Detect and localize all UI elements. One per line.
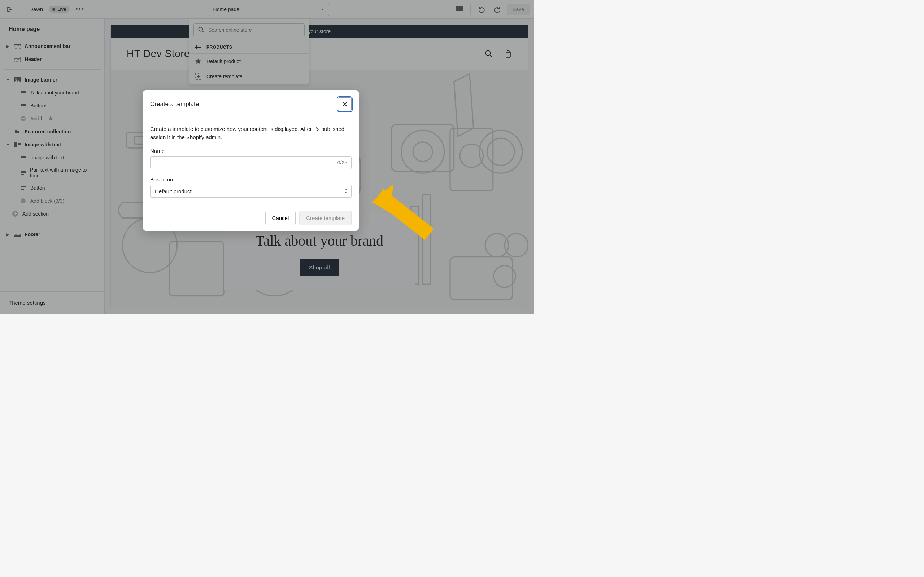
char-count: 0/25 <box>338 160 347 166</box>
create-template-button[interactable]: Create template <box>299 211 352 225</box>
select-caret-icon <box>344 189 348 193</box>
modal-body: Create a template to customize how your … <box>143 118 359 205</box>
modal-description: Create a template to customize how your … <box>150 125 352 141</box>
create-template-modal: Create a template Create a template to c… <box>143 90 359 231</box>
based-on-value: Default product <box>155 188 192 194</box>
based-on-select[interactable]: Default product <box>150 185 352 198</box>
close-icon <box>341 101 348 108</box>
modal-header: Create a template <box>143 90 359 118</box>
based-on-label: Based on <box>150 176 352 182</box>
modal-title: Create a template <box>150 101 199 108</box>
template-name-input[interactable] <box>150 156 352 169</box>
modal-close-button[interactable] <box>338 97 352 111</box>
modal-footer: Cancel Create template <box>143 205 359 231</box>
name-input-wrap: 0/25 <box>150 156 352 169</box>
name-label: Name <box>150 148 352 154</box>
cancel-button[interactable]: Cancel <box>265 211 296 225</box>
based-on-select-wrap: Default product <box>150 185 352 198</box>
